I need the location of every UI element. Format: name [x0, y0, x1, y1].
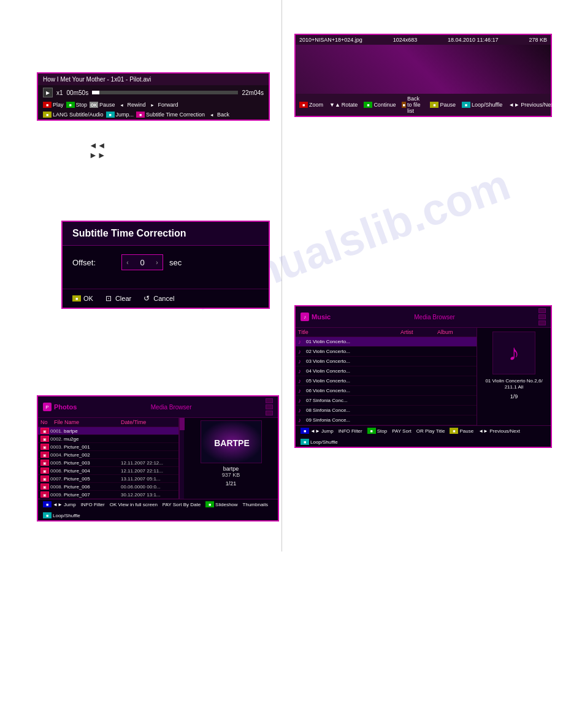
sort-music-btn[interactable]: PAY Sort — [392, 428, 412, 434]
loop-shuffle-img-btn[interactable]: ■ Loop/Shuffle — [462, 96, 502, 114]
music-note-large: ♪ — [508, 340, 519, 366]
jump-music-btn[interactable]: ■ ◄► Jump — [301, 428, 334, 434]
preview-page: 1/21 — [226, 480, 237, 487]
image-filesize: 278 KB — [529, 37, 547, 43]
back-to-list-btn[interactable]: ■ Back to file list — [402, 96, 424, 114]
music-list-panel: Title Artist Album ♪ 01 Violin Concerto.… — [296, 328, 477, 425]
music-row-1[interactable]: ♪ 01 Violin Concerto... — [296, 337, 477, 347]
pause-music-btn[interactable]: ■ Pause — [450, 428, 473, 434]
play-vid-btn[interactable]: ■ Play — [43, 102, 64, 108]
loop-music-btn[interactable]: ■ Loop/Shuffle — [301, 439, 338, 445]
music-row-5[interactable]: ♪ 05 Violin Concerto... — [296, 376, 477, 386]
ok-dialog-btn[interactable]: ■ OK — [72, 295, 93, 302]
scroll-mid-btn[interactable] — [266, 404, 273, 409]
file-row-8[interactable]: ▣ 0008. Picture_006 00.06.0000 00:0... — [38, 483, 178, 491]
offset-label: Offset: — [72, 258, 109, 267]
music-row-4[interactable]: ♪ 04 Violin Concerto... — [296, 366, 477, 376]
preview-image: BARTPE — [201, 420, 262, 463]
stop-music-btn[interactable]: ■ Stop — [367, 428, 387, 434]
offset-right-arrow[interactable]: › — [151, 255, 163, 270]
file-row-4[interactable]: ▣ 0004. Picture_002 — [38, 451, 178, 459]
prevnext-icon: ◄► — [508, 102, 519, 108]
end-time: 22m04s — [242, 89, 264, 96]
photos-browser: P Photos Media Browser No File Name Date… — [37, 395, 279, 521]
continue-btn[interactable]: ■ Continue — [364, 96, 396, 114]
forward-vid-btn[interactable]: ► Forward — [148, 102, 178, 108]
music-list-header: Title Artist Album — [296, 328, 477, 337]
music-preview-panel: ♪ 01 Violin Concerto No.2,6/ 211.1 All 1… — [477, 328, 551, 425]
sort-btn[interactable]: PAY Sort By Date — [163, 502, 201, 507]
photos-browser-body: No File Name Date/Time ▣ 0001. bartpe ▣ … — [38, 418, 278, 499]
file-row-3[interactable]: ▣ 0003. Picture_001 — [38, 443, 178, 451]
pause-img-btn[interactable]: ■ Pause — [430, 96, 456, 114]
image-display — [296, 45, 551, 94]
zoom-btn[interactable]: ■ Zoom — [299, 96, 323, 114]
music-row-3[interactable]: ♪ 03 Violin Concerto... — [296, 357, 477, 366]
filter-music-btn[interactable]: INFO Filter — [339, 428, 362, 434]
music-browser-title: ♪ Music — [301, 313, 331, 321]
clear-dialog-btn[interactable]: ⊡ Clear — [105, 294, 131, 303]
music-track-info: 01 Violin Concerto No.2,6/ 211.1 All — [481, 378, 547, 391]
music-scroll-up[interactable] — [538, 308, 546, 313]
return-icon: ◄ — [207, 112, 216, 118]
jump-photos-btn[interactable]: ■ ◄► Jump — [43, 501, 76, 507]
music-col-title: Title — [298, 329, 400, 335]
offset-left-arrow[interactable]: ‹ — [122, 255, 133, 270]
music-scroll-mid[interactable] — [538, 314, 546, 319]
photos-footer: ■ ◄► Jump INFO Filter OK View in full sc… — [38, 499, 278, 520]
progress-bar[interactable] — [92, 91, 238, 94]
cancel-dialog-btn[interactable]: ↺ Cancel — [144, 294, 174, 303]
music-row-9[interactable]: ♪ 09 Sinfonia Conce... — [296, 415, 477, 425]
loop-cyan-photos-icon: ■ — [43, 512, 52, 518]
cancel-icon: ↺ — [144, 294, 150, 303]
file-icon-5: ▣ — [40, 460, 49, 466]
preview-filesize: 937 KB — [222, 472, 240, 478]
scroll-up-btn[interactable] — [266, 398, 273, 403]
file-row-2[interactable]: ▣ 0002. mu2ge — [38, 435, 178, 443]
file-icon-8: ▣ — [40, 483, 49, 490]
music-row-2[interactable]: ♪ 02 Violin Concerto... — [296, 347, 477, 357]
prev-next-img-btn[interactable]: ◄► Previous/Next — [508, 96, 555, 114]
offset-row: Offset: ‹ 0 › sec — [72, 254, 259, 270]
file-row-1[interactable]: ▣ 0001. bartpe — [38, 427, 178, 435]
rewind-vid-btn[interactable]: ◄ Rewind — [118, 102, 146, 108]
play-title-btn[interactable]: OR Play Title — [416, 428, 445, 434]
file-row-6[interactable]: ▣ 0006. Picture_004 12.11.2007 22:11... — [38, 467, 178, 475]
loop-shuffle-photos-btn[interactable]: ■ Loop/Shuffle — [43, 512, 80, 518]
file-row-9[interactable]: ▣ 0009. Picture_007 30.12.2007 13:1... — [38, 491, 178, 499]
file-icon-1: ▣ — [40, 428, 49, 434]
loop-cyan-music-icon: ■ — [301, 439, 309, 445]
music-note-1: ♪ — [298, 338, 304, 345]
music-row-6[interactable]: ♪ 06 Violin Concerto... — [296, 386, 477, 396]
jump-btn[interactable]: ■ Jump... — [106, 112, 134, 118]
fullscreen-btn[interactable]: OK View in full screen — [110, 502, 158, 507]
music-note-2: ♪ — [298, 348, 304, 355]
offset-value[interactable]: 0 — [133, 257, 151, 268]
file-icon-6: ▣ — [40, 468, 49, 474]
rotate-btn[interactable]: ▼▲ Rotate — [329, 96, 358, 114]
play-button[interactable]: ▶ — [43, 88, 53, 97]
music-row-7[interactable]: ♪ 07 Sinfonia Conc... — [296, 396, 477, 406]
music-note-9: ♪ — [298, 417, 304, 423]
jump-music-icon: ■ — [301, 428, 309, 434]
subtitle-correction-btn[interactable]: ■ Subtitle Time Correction — [136, 112, 205, 118]
col-filename: File Name — [54, 419, 121, 425]
music-row-8[interactable]: ♪ 08 Sinfonia Conce... — [296, 406, 477, 415]
prevnext-music-btn[interactable]: ◄► Previous/Next — [478, 428, 520, 434]
thumbnails-btn[interactable]: Thumbnails — [243, 502, 268, 507]
lang-btn[interactable]: ■ LANG Subtitle/Audio — [43, 112, 104, 118]
slideshow-btn[interactable]: ■ Slideshow — [205, 501, 237, 507]
filter-photos-btn[interactable]: INFO Filter — [81, 502, 105, 507]
music-icon: ♪ — [301, 313, 309, 321]
music-scroll-down[interactable] — [538, 320, 546, 325]
file-row-5[interactable]: ▣ 0005. Picture_003 12.11.2007 22:12... — [38, 459, 178, 467]
scroll-down-btn[interactable] — [266, 411, 273, 415]
stop-vid-btn[interactable]: ■ Stop — [66, 102, 88, 108]
file-row-7[interactable]: ▣ 0007. Picture_005 13.11.2007 05:1... — [38, 475, 178, 483]
music-footer: ■ ◄► Jump INFO Filter ■ Stop PAY Sort OR… — [296, 425, 551, 447]
photos-icon: P — [43, 403, 52, 411]
return-back-btn[interactable]: ◄ Back — [207, 112, 229, 118]
pause-vid-btn[interactable]: OK Pause — [90, 102, 115, 108]
subtitle-dialog-footer: ■ OK ⊡ Clear ↺ Cancel — [63, 289, 269, 308]
music-note-8: ♪ — [298, 407, 304, 414]
